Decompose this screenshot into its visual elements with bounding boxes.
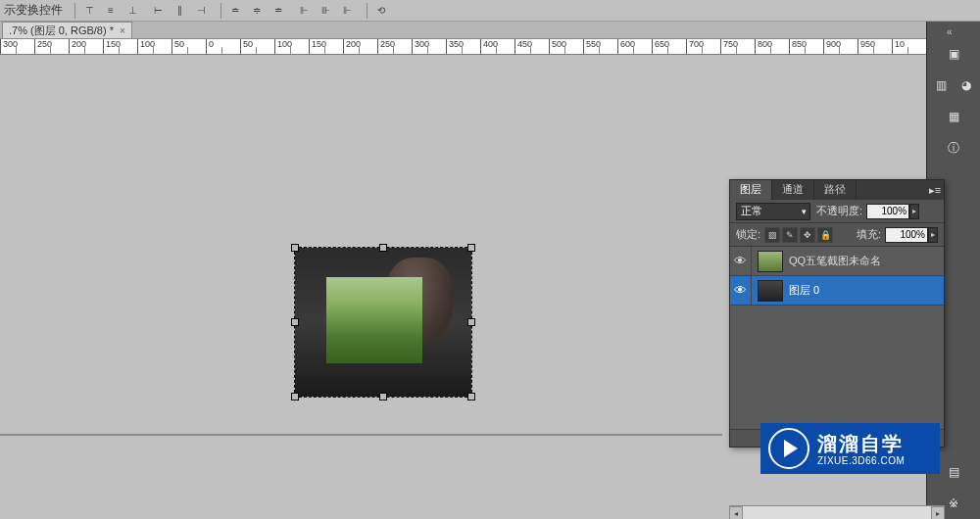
ruler-tick: 950	[858, 39, 887, 55]
align-vcenter-icon[interactable]: ≡	[101, 2, 121, 20]
separator	[367, 3, 368, 19]
align-hcenter-icon[interactable]: ‖	[170, 2, 189, 20]
distribute-right-icon[interactable]: ⊩	[337, 2, 357, 20]
transform-handle-tl[interactable]	[291, 244, 299, 252]
distribute-hcenter-icon[interactable]: ⊪	[316, 2, 335, 20]
align-group-1: ⊤ ≡ ⊥	[79, 2, 142, 20]
transform-handle-tr[interactable]	[467, 244, 475, 252]
blend-mode-select[interactable]: 正常 ▾	[736, 203, 810, 220]
opacity-value: 100%	[881, 206, 906, 216]
ruler-tick: 650	[652, 39, 681, 55]
adjustments-icon[interactable]: ▦	[944, 107, 963, 126]
options-toolbar: 示变换控件 ⊤ ≡ ⊥ ⊢ ‖ ⊣ ≐ ≑ ≐ ⊩ ⊪ ⊩ ⟲	[0, 0, 980, 22]
ruler-tick: 700	[686, 39, 715, 55]
document-tab[interactable]: .7% (图层 0, RGB/8) * ×	[2, 22, 132, 38]
separator	[74, 3, 75, 19]
distribute-group-2: ⊩ ⊪ ⊩	[294, 2, 357, 20]
lock-all-icon[interactable]: 🔒	[817, 227, 833, 243]
align-left-icon[interactable]: ⊢	[148, 2, 168, 20]
styles-icon[interactable]: ▤	[944, 462, 963, 482]
transform-handle-bm[interactable]	[379, 393, 387, 401]
transform-handle-ml[interactable]	[291, 318, 299, 326]
play-icon	[784, 440, 798, 457]
blend-mode-value: 正常	[741, 204, 762, 218]
tab-layers[interactable]: 图层	[730, 180, 772, 200]
align-bottom-icon[interactable]: ⊥	[122, 2, 142, 20]
visibility-icon[interactable]: 👁	[730, 276, 752, 305]
transform-handle-mr[interactable]	[467, 318, 475, 326]
transform-handle-tm[interactable]	[379, 244, 387, 252]
lock-transparent-icon[interactable]: ▨	[764, 227, 780, 243]
layer-thumbnail[interactable]	[758, 280, 783, 302]
horizontal-scrollbar[interactable]: ◂ ▸	[729, 505, 945, 519]
fill-input[interactable]: 100%	[885, 227, 928, 243]
ruler-tick: 450	[514, 39, 544, 55]
ruler-tick: 400	[480, 39, 510, 55]
watermark-badge: 溜溜自学 ZIXUE.3D66.COM	[760, 423, 940, 474]
transform-handle-bl[interactable]	[291, 393, 299, 401]
ruler-tick: 200	[343, 39, 372, 55]
fill-value: 100%	[900, 229, 925, 240]
distribute-top-icon[interactable]: ≐	[225, 2, 245, 20]
distribute-group-1: ≐ ≑ ≐	[225, 2, 288, 20]
layer-image	[295, 248, 471, 397]
scroll-right-icon[interactable]: ▸	[931, 506, 945, 519]
watermark-text: 溜溜自学 ZIXUE.3D66.COM	[817, 431, 905, 466]
ruler-tick: 850	[789, 39, 818, 55]
align-group-2: ⊢ ‖ ⊣	[148, 2, 211, 20]
layers-panel: 图层 通道 路径 ▸≡ 正常 ▾ 不透明度: 100% ▸ 锁定: ▨ ✎ ✥ …	[729, 179, 945, 448]
layer-thumbnail[interactable]	[758, 251, 783, 272]
chevron-down-icon: ▾	[802, 207, 807, 216]
toolbar-label: 示变换控件	[4, 2, 63, 19]
document-tab-bar: .7% (图层 0, RGB/8) * ×	[0, 22, 926, 39]
distribute-left-icon[interactable]: ⊩	[294, 2, 314, 20]
history-icon[interactable]: ▥	[931, 75, 951, 95]
layer-name[interactable]: 图层 0	[789, 283, 819, 298]
align-top-icon[interactable]: ⊤	[79, 2, 99, 20]
layer-row[interactable]: 👁 图层 0	[730, 276, 944, 306]
ruler-tick: 10	[892, 39, 921, 55]
fill-flyout-icon[interactable]: ▸	[928, 227, 938, 243]
watermark-url: ZIXUE.3D66.COM	[817, 455, 905, 466]
swatches-icon[interactable]: ※	[944, 494, 963, 513]
ruler-tick: 100	[274, 39, 304, 55]
ruler-tick: 250	[34, 39, 64, 55]
distribute-vcenter-icon[interactable]: ≑	[247, 2, 267, 20]
layer-name[interactable]: QQ五笔截图未命名	[789, 254, 881, 268]
close-icon[interactable]: ×	[120, 25, 125, 36]
blend-opacity-row: 正常 ▾ 不透明度: 100% ▸	[730, 200, 944, 223]
mini-bridge-icon[interactable]: ▣	[944, 44, 963, 64]
color-icon[interactable]: ◕	[956, 75, 976, 95]
tab-channels[interactable]: 通道	[772, 180, 814, 200]
align-right-icon[interactable]: ⊣	[191, 2, 211, 20]
opacity-input[interactable]: 100%	[866, 204, 909, 219]
transform-handle-br[interactable]	[467, 393, 475, 401]
scroll-left-icon[interactable]: ◂	[729, 506, 743, 519]
lock-label: 锁定:	[736, 227, 760, 242]
lock-fill-row: 锁定: ▨ ✎ ✥ 🔒 填充: 100% ▸	[730, 223, 944, 247]
ruler-tick: 350	[446, 39, 475, 55]
horizontal-ruler: 3002502001501005005010015020025030035040…	[0, 39, 926, 55]
layer-row[interactable]: 👁 QQ五笔截图未命名	[730, 247, 944, 276]
ruler-tick: 50	[172, 39, 201, 55]
panel-tabs: 图层 通道 路径 ▸≡	[730, 180, 944, 200]
watermark-cn: 溜溜自学	[817, 431, 905, 457]
transform-selection[interactable]	[294, 247, 472, 398]
lock-position-icon[interactable]: ✥	[800, 227, 815, 243]
lock-pixels-icon[interactable]: ✎	[782, 227, 798, 243]
expand-icon[interactable]: «	[947, 26, 960, 38]
ruler-tick: 150	[103, 39, 132, 55]
distribute-bottom-icon[interactable]: ≐	[269, 2, 288, 20]
overlay-landscape	[326, 277, 422, 363]
tab-title: .7% (图层 0, RGB/8) *	[9, 24, 114, 38]
ruler-tick: 500	[549, 39, 578, 55]
visibility-icon[interactable]: 👁	[730, 247, 752, 275]
panel-menu-icon[interactable]: ▸≡	[926, 180, 944, 200]
opacity-flyout-icon[interactable]: ▸	[909, 204, 919, 219]
auto-align-icon[interactable]: ⟲	[371, 2, 391, 20]
tab-paths[interactable]: 路径	[814, 180, 857, 200]
panel-divider	[0, 434, 722, 436]
info-icon[interactable]: ⓘ	[944, 138, 963, 158]
scroll-track[interactable]	[743, 506, 931, 519]
ruler-tick: 800	[755, 39, 784, 55]
